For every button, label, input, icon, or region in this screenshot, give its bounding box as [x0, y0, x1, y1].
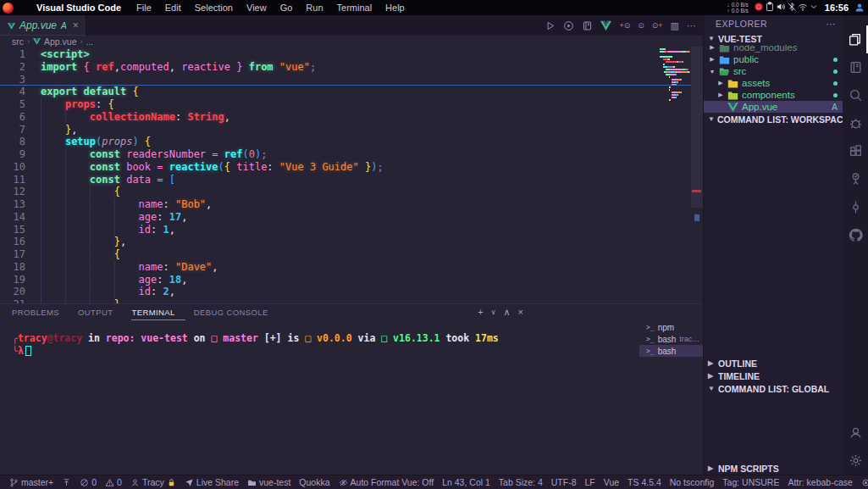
link-icon[interactable]: ⊙: [638, 22, 644, 30]
status-lf[interactable]: LF: [581, 475, 600, 489]
code-line-19[interactable]: 19 age: 18,: [0, 274, 656, 286]
breadcrumb[interactable]: src›App.vue›...: [0, 36, 703, 47]
panel-tab-terminal[interactable]: TERMINAL: [131, 304, 185, 320]
terminal-dropdown-icon[interactable]: ∨: [491, 307, 496, 318]
editor-scrollbar[interactable]: [691, 47, 703, 208]
status-utf-8[interactable]: UTF-8: [547, 475, 581, 489]
chevron-down-icon[interactable]: [809, 2, 820, 13]
section-npm-scripts[interactable]: ▶ NPM SCRIPTS: [704, 462, 843, 475]
code-line-7[interactable]: 7 },: [0, 124, 656, 136]
code-line-20[interactable]: 20 id: 2,: [0, 286, 656, 298]
status-0[interactable]: 0: [75, 475, 101, 489]
clock[interactable]: 16:56: [825, 3, 849, 13]
notebook-icon[interactable]: [843, 53, 868, 81]
terminal-instance-2[interactable]: >_bashtracyr…: [639, 333, 703, 345]
status-vue[interactable]: Vue: [600, 475, 623, 489]
code-line-15[interactable]: 15 id: 1,: [0, 224, 656, 236]
account-icon[interactable]: [843, 419, 868, 447]
menu-run[interactable]: Run: [299, 3, 329, 13]
tree-item-src[interactable]: ▼src: [704, 65, 843, 77]
code-line-5[interactable]: 5 props: {: [0, 98, 656, 111]
menu-help[interactable]: Help: [379, 3, 412, 13]
more-actions-icon[interactable]: ⋯: [687, 21, 696, 31]
menu-view[interactable]: View: [240, 3, 274, 13]
section-command-list-workspace[interactable]: ▼ COMMAND LIST: WORKSPACE: [704, 113, 843, 125]
status-tag-unsure[interactable]: Tag: UNSURE: [718, 475, 783, 489]
menu-selection[interactable]: Selection: [188, 3, 240, 13]
tree-item-node-modules[interactable]: ▶node_modules: [704, 45, 843, 53]
breadcrumb-symbol[interactable]: ...: [86, 36, 94, 47]
section-vue-test[interactable]: ▼ VUE-TEST: [704, 32, 843, 45]
status-ts-4-5-4[interactable]: TS 4.5.4: [623, 475, 666, 489]
code-line-10[interactable]: 10 const book = reactive({ title: "Vue 3…: [0, 161, 656, 174]
breadcrumb-src[interactable]: src: [12, 36, 24, 47]
distro-logo-icon[interactable]: [3, 3, 14, 14]
explorer-icon[interactable]: [843, 25, 868, 53]
code-line-9[interactable]: 9 const readersNumber = ref(0);: [0, 148, 656, 161]
panel-tab-problems[interactable]: PROBLEMS: [12, 304, 69, 320]
code-line-13[interactable]: 13 name: "Bob",: [0, 198, 656, 211]
status-live-share[interactable]: Live Share: [180, 475, 243, 489]
split-editor-icon[interactable]: ▥: [671, 21, 679, 31]
bluetooth-icon[interactable]: [787, 2, 798, 13]
tree-item-assets[interactable]: ▶assets: [704, 77, 843, 89]
code-line-12[interactable]: 12 {: [0, 186, 656, 198]
github-icon[interactable]: [843, 221, 868, 249]
deluge-icon[interactable]: [754, 2, 765, 13]
close-panel-icon[interactable]: ×: [518, 307, 523, 318]
status-quokka[interactable]: Quokka: [295, 475, 334, 489]
panel-tab-debug-console[interactable]: DEBUG CONSOLE: [194, 304, 279, 320]
volume-icon[interactable]: [776, 2, 787, 13]
panel-tab-output[interactable]: OUTPUT: [78, 304, 123, 320]
code-line-4[interactable]: 4export default {: [0, 86, 656, 98]
vue-icon[interactable]: [600, 20, 611, 31]
extensions-icon[interactable]: [843, 137, 868, 165]
debug-run-icon[interactable]: [563, 20, 574, 31]
menu-terminal[interactable]: Terminal: [330, 3, 379, 13]
status-ln-43-col-1[interactable]: Ln 43, Col 1: [438, 475, 495, 489]
debug-icon[interactable]: [843, 109, 868, 137]
code-line-6[interactable]: 6 collectionName: String,: [0, 111, 656, 124]
status-go-live[interactable]: Go Live: [857, 475, 868, 489]
code-line-16[interactable]: 16 },: [0, 236, 656, 248]
status-0[interactable]: 0: [101, 475, 126, 489]
testing-icon[interactable]: [843, 165, 868, 193]
new-terminal-icon[interactable]: +: [478, 307, 483, 318]
status-tab-size-4[interactable]: Tab Size: 4: [495, 475, 547, 489]
terminal-output[interactable]: ╭tracy@tracy in repo: vue-test on □ mast…: [12, 332, 635, 358]
status-attr-kebab-case[interactable]: Attr: kebab-case: [783, 475, 856, 489]
section-outline[interactable]: ▶ OUTLINE: [704, 357, 843, 370]
code-line-18[interactable]: 18 name: "Dave",: [0, 261, 656, 274]
code-line-11[interactable]: 11 const data = [: [0, 174, 656, 186]
search-icon[interactable]: [843, 81, 868, 109]
code-line-17[interactable]: 17 {: [0, 248, 656, 261]
status-auto-format-vue-off[interactable]: Auto Format Vue: Off: [334, 475, 439, 489]
menu-file[interactable]: File: [130, 3, 158, 13]
clipboard-icon[interactable]: [765, 2, 776, 13]
section-timeline[interactable]: ▶ TIMELINE: [704, 370, 843, 382]
tree-item-public[interactable]: ▶public: [704, 53, 843, 65]
commit-icon[interactable]: [843, 193, 868, 221]
tree-item-app-vue[interactable]: App.vueA: [704, 101, 843, 113]
section-command-list-global[interactable]: ▼ COMMAND LIST: GLOBAL: [704, 382, 843, 395]
status-publish-icon[interactable]: [58, 475, 75, 489]
settings-gear-icon[interactable]: [843, 447, 868, 475]
code-line-1[interactable]: 1<script>: [0, 48, 656, 61]
status-no-tsconfig[interactable]: No tsconfig: [666, 475, 719, 489]
maximize-panel-icon[interactable]: ∧: [504, 307, 511, 318]
wifi-icon[interactable]: [798, 2, 809, 13]
explorer-more-icon[interactable]: ⋯: [827, 19, 837, 29]
workspace-dots[interactable]: [19, 3, 26, 13]
close-tab-icon[interactable]: ×: [73, 19, 79, 31]
breadcrumb-file[interactable]: App.vue: [44, 36, 77, 47]
terminal-instance-3[interactable]: >_bash: [639, 345, 703, 357]
link-add-icon[interactable]: +⊙: [619, 22, 630, 30]
link-out-icon[interactable]: ⊙+: [652, 22, 663, 30]
notebook-icon[interactable]: [582, 20, 593, 31]
run-icon[interactable]: [545, 20, 556, 31]
code-line-2[interactable]: 2import { ref,computed, reactive } from …: [0, 61, 656, 74]
code-editor[interactable]: 1<script>2import { ref,computed, reactiv…: [0, 47, 703, 303]
tree-item-components[interactable]: ▶components: [704, 89, 843, 101]
terminal-instance-1[interactable]: >_npm: [639, 321, 703, 333]
menu-go[interactable]: Go: [274, 3, 300, 13]
